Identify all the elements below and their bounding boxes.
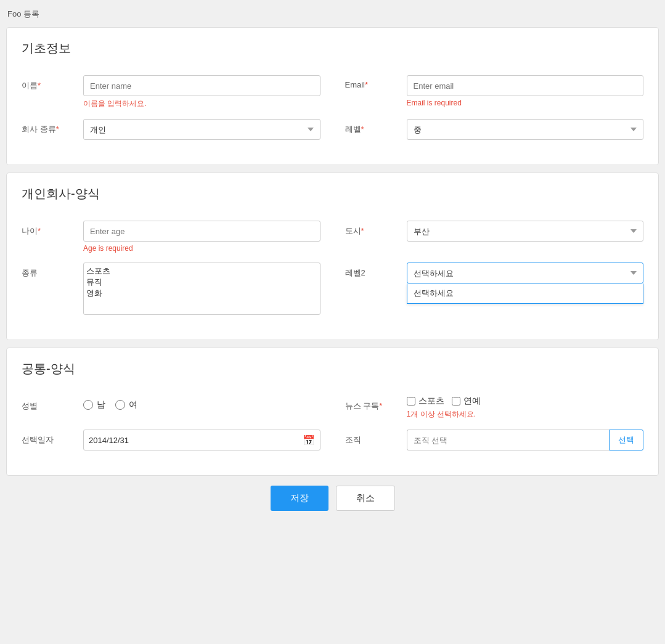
email-col: Email* Email is required bbox=[345, 75, 644, 107]
company-label: 회사 종류* bbox=[22, 119, 83, 135]
gender-radio-group: 남 여 bbox=[83, 396, 320, 410]
level2-dropdown-options: 선택하세요 bbox=[407, 283, 644, 304]
common-form-section: 공통-양식 성별 남 여 bbox=[6, 348, 659, 476]
news-entertainment-checkbox[interactable] bbox=[452, 397, 460, 406]
basic-info-title: 기초정보 bbox=[22, 40, 643, 63]
age-field: Age is required bbox=[83, 221, 320, 253]
org-select-button[interactable]: 선택 bbox=[609, 430, 643, 450]
gender-female-option[interactable]: 여 bbox=[115, 399, 137, 410]
level2-col: 레벨2 선택하세요 옵션1 옵션2 선택하세요 bbox=[345, 263, 644, 283]
level2-select[interactable]: 선택하세요 옵션1 옵션2 bbox=[407, 263, 644, 283]
gender-label: 성별 bbox=[22, 396, 83, 412]
org-input[interactable] bbox=[407, 430, 610, 450]
news-checkbox-group: 스포츠 연예 bbox=[407, 396, 644, 407]
gender-field: 남 여 bbox=[83, 396, 320, 410]
age-label: 나이* bbox=[22, 221, 83, 237]
news-error: 1개 이상 선택하세요. bbox=[407, 409, 644, 420]
city-select[interactable]: 서울 부산 대구 인천 bbox=[407, 221, 644, 242]
name-email-row: 이름* 이름을 입력하세요. Email* Email is required bbox=[22, 75, 643, 109]
common-form-title: 공통-양식 bbox=[22, 361, 643, 383]
gender-col: 성별 남 여 bbox=[22, 396, 320, 412]
save-button[interactable]: 저장 bbox=[271, 486, 328, 511]
news-label: 뉴스 구독* bbox=[345, 396, 407, 412]
level-label: 레벨* bbox=[345, 119, 407, 135]
news-col: 뉴스 구독* 스포츠 연예 1개 이상 선택하세요. bbox=[345, 396, 644, 420]
type-label: 종류 bbox=[22, 263, 83, 279]
date-input[interactable] bbox=[89, 436, 303, 445]
age-city-row: 나이* Age is required 도시* 서울 부산 대구 인천 bbox=[22, 221, 643, 253]
personal-form-title: 개인회사-양식 bbox=[22, 185, 643, 208]
gender-news-row: 성별 남 여 뉴스 구독* bbox=[22, 396, 643, 420]
city-col: 도시* 서울 부산 대구 인천 bbox=[345, 221, 644, 242]
date-col: 선택일자 📅 bbox=[22, 430, 320, 450]
level2-dropdown-wrapper: 선택하세요 옵션1 옵션2 선택하세요 bbox=[407, 263, 644, 283]
email-input[interactable] bbox=[407, 75, 644, 96]
type-field: 스포츠 뮤직 영화 bbox=[83, 263, 320, 315]
action-row: 저장 취소 bbox=[6, 486, 659, 511]
name-label: 이름* bbox=[22, 75, 83, 91]
email-error: Email is required bbox=[407, 99, 644, 107]
email-label: Email* bbox=[345, 75, 407, 89]
level-field: 상 중 하 bbox=[407, 119, 644, 140]
email-field: Email is required bbox=[407, 75, 644, 107]
org-input-wrapper: 선택 bbox=[407, 430, 644, 450]
name-field: 이름을 입력하세요. bbox=[83, 75, 320, 109]
date-input-wrapper: 📅 bbox=[83, 430, 320, 450]
level2-field: 선택하세요 옵션1 옵션2 선택하세요 bbox=[407, 263, 644, 283]
company-level-row: 회사 종류* 개인 법인 기타 레벨* 상 중 하 bbox=[22, 119, 643, 140]
news-field: 스포츠 연예 1개 이상 선택하세요. bbox=[407, 396, 644, 420]
level-select[interactable]: 상 중 하 bbox=[407, 119, 644, 140]
company-type-select[interactable]: 개인 법인 기타 bbox=[83, 119, 320, 140]
org-col: 조직 선택 bbox=[345, 430, 644, 450]
city-label: 도시* bbox=[345, 221, 407, 237]
name-col: 이름* 이름을 입력하세요. bbox=[22, 75, 320, 109]
gender-male-radio[interactable] bbox=[83, 400, 93, 410]
level2-label: 레벨2 bbox=[345, 263, 407, 279]
date-org-row: 선택일자 📅 조직 선택 bbox=[22, 430, 643, 450]
gender-female-radio[interactable] bbox=[115, 400, 125, 410]
company-col: 회사 종류* 개인 법인 기타 bbox=[22, 119, 320, 140]
age-error: Age is required bbox=[83, 244, 320, 253]
page-title: Foo 등록 bbox=[6, 6, 659, 22]
type-col: 종류 스포츠 뮤직 영화 bbox=[22, 263, 320, 315]
news-entertainment-option[interactable]: 연예 bbox=[452, 396, 481, 407]
calendar-icon[interactable]: 📅 bbox=[303, 434, 315, 446]
company-field: 개인 법인 기타 bbox=[83, 119, 320, 140]
personal-form-section: 개인회사-양식 나이* Age is required 도시* 서울 부산 대구 bbox=[6, 173, 659, 340]
date-label: 선택일자 bbox=[22, 430, 83, 446]
level-col: 레벨* 상 중 하 bbox=[345, 119, 644, 140]
news-sports-checkbox[interactable] bbox=[407, 397, 415, 406]
level2-option-default[interactable]: 선택하세요 bbox=[407, 283, 643, 303]
type-level2-row: 종류 스포츠 뮤직 영화 레벨2 선택하세요 옵션1 bbox=[22, 263, 643, 315]
cancel-button[interactable]: 취소 bbox=[336, 486, 395, 511]
age-input[interactable] bbox=[83, 221, 320, 242]
city-field: 서울 부산 대구 인천 bbox=[407, 221, 644, 242]
name-input[interactable] bbox=[83, 75, 320, 96]
type-listbox[interactable]: 스포츠 뮤직 영화 bbox=[83, 263, 320, 315]
age-col: 나이* Age is required bbox=[22, 221, 320, 253]
org-field: 선택 bbox=[407, 430, 644, 450]
gender-male-option[interactable]: 남 bbox=[83, 399, 105, 410]
org-label: 조직 bbox=[345, 430, 407, 446]
basic-info-section: 기초정보 이름* 이름을 입력하세요. Email* Email is requ… bbox=[6, 27, 659, 165]
date-field: 📅 bbox=[83, 430, 320, 450]
news-sports-option[interactable]: 스포츠 bbox=[407, 396, 444, 407]
name-error: 이름을 입력하세요. bbox=[83, 99, 320, 109]
